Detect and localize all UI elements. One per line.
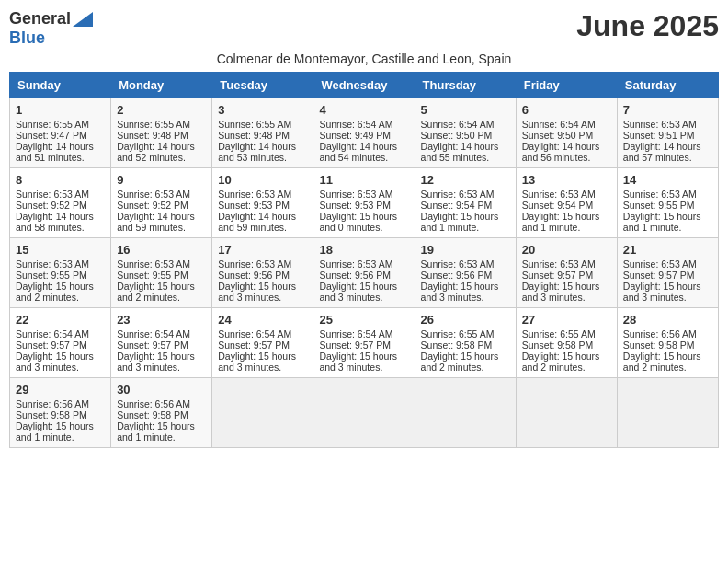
day-number: 25 — [319, 313, 408, 327]
day-number: 27 — [522, 313, 611, 327]
day-info: Sunrise: 6:53 AMSunset: 9:56 PMDaylight:… — [218, 259, 296, 303]
calendar-cell: 16Sunrise: 6:53 AMSunset: 9:55 PMDayligh… — [111, 238, 212, 308]
calendar-cell: 15Sunrise: 6:53 AMSunset: 9:55 PMDayligh… — [10, 238, 111, 308]
calendar-cell: 5Sunrise: 6:54 AMSunset: 9:50 PMDaylight… — [415, 98, 516, 168]
day-info: Sunrise: 6:54 AMSunset: 9:57 PMDaylight:… — [218, 328, 296, 373]
calendar-cell: 14Sunrise: 6:53 AMSunset: 9:55 PMDayligh… — [617, 168, 718, 238]
day-number: 4 — [319, 103, 408, 117]
logo: General Blue — [9, 9, 93, 48]
logo-blue-text: Blue — [9, 29, 45, 48]
day-number: 20 — [522, 243, 611, 257]
day-info: Sunrise: 6:55 AMSunset: 9:58 PMDaylight:… — [522, 328, 600, 373]
svg-marker-0 — [73, 12, 93, 27]
day-info: Sunrise: 6:53 AMSunset: 9:57 PMDaylight:… — [623, 259, 701, 303]
day-number: 8 — [16, 173, 105, 187]
calendar-week-row: 1Sunrise: 6:55 AMSunset: 9:47 PMDaylight… — [10, 98, 719, 168]
day-number: 3 — [218, 103, 307, 117]
day-number: 21 — [623, 243, 712, 257]
day-of-week-header: Friday — [516, 73, 617, 98]
calendar-cell: 17Sunrise: 6:53 AMSunset: 9:56 PMDayligh… — [212, 238, 313, 308]
day-info: Sunrise: 6:53 AMSunset: 9:52 PMDaylight:… — [117, 189, 195, 233]
day-info: Sunrise: 6:53 AMSunset: 9:57 PMDaylight:… — [522, 259, 600, 303]
day-number: 2 — [117, 103, 206, 117]
day-of-week-header: Sunday — [10, 73, 111, 98]
day-info: Sunrise: 6:56 AMSunset: 9:58 PMDaylight:… — [117, 398, 195, 442]
day-number: 11 — [319, 173, 408, 187]
day-number: 5 — [421, 103, 510, 117]
calendar-cell: 12Sunrise: 6:53 AMSunset: 9:54 PMDayligh… — [415, 168, 516, 238]
day-info: Sunrise: 6:53 AMSunset: 9:52 PMDaylight:… — [16, 189, 94, 233]
day-info: Sunrise: 6:53 AMSunset: 9:51 PMDaylight:… — [623, 119, 701, 163]
day-info: Sunrise: 6:54 AMSunset: 9:57 PMDaylight:… — [319, 328, 397, 373]
day-number: 10 — [218, 173, 307, 187]
calendar-cell: 20Sunrise: 6:53 AMSunset: 9:57 PMDayligh… — [516, 238, 617, 308]
calendar-header-row: SundayMondayTuesdayWednesdayThursdayFrid… — [10, 73, 719, 98]
page-header: General Blue June 2025 — [9, 9, 719, 48]
day-number: 1 — [16, 103, 105, 117]
calendar-cell: 8Sunrise: 6:53 AMSunset: 9:52 PMDaylight… — [10, 168, 111, 238]
calendar-cell: 13Sunrise: 6:53 AMSunset: 9:54 PMDayligh… — [516, 168, 617, 238]
day-info: Sunrise: 6:55 AMSunset: 9:48 PMDaylight:… — [117, 119, 195, 163]
day-number: 19 — [421, 243, 510, 257]
day-number: 6 — [522, 103, 611, 117]
calendar-cell: 26Sunrise: 6:55 AMSunset: 9:58 PMDayligh… — [415, 308, 516, 378]
calendar-week-row: 29Sunrise: 6:56 AMSunset: 9:58 PMDayligh… — [10, 378, 719, 448]
calendar-cell: 1Sunrise: 6:55 AMSunset: 9:47 PMDaylight… — [10, 98, 111, 168]
day-info: Sunrise: 6:53 AMSunset: 9:56 PMDaylight:… — [319, 259, 397, 303]
day-of-week-header: Thursday — [415, 73, 516, 98]
day-info: Sunrise: 6:54 AMSunset: 9:50 PMDaylight:… — [421, 119, 499, 163]
day-number: 26 — [421, 313, 510, 327]
calendar-cell: 11Sunrise: 6:53 AMSunset: 9:53 PMDayligh… — [313, 168, 415, 238]
day-number: 14 — [623, 173, 712, 187]
calendar-cell — [212, 378, 313, 448]
day-number: 18 — [319, 243, 408, 257]
day-info: Sunrise: 6:53 AMSunset: 9:54 PMDaylight:… — [421, 189, 499, 233]
day-info: Sunrise: 6:54 AMSunset: 9:57 PMDaylight:… — [117, 328, 195, 373]
location-subtitle: Colmenar de Montemayor, Castille and Leo… — [9, 52, 719, 66]
calendar-cell: 21Sunrise: 6:53 AMSunset: 9:57 PMDayligh… — [617, 238, 718, 308]
calendar-table: SundayMondayTuesdayWednesdayThursdayFrid… — [9, 72, 719, 448]
day-number: 23 — [117, 313, 206, 327]
calendar-cell: 28Sunrise: 6:56 AMSunset: 9:58 PMDayligh… — [617, 308, 718, 378]
day-number: 22 — [16, 313, 105, 327]
day-info: Sunrise: 6:55 AMSunset: 9:48 PMDaylight:… — [218, 119, 296, 163]
calendar-cell: 18Sunrise: 6:53 AMSunset: 9:56 PMDayligh… — [313, 238, 415, 308]
calendar-cell — [313, 378, 415, 448]
day-of-week-header: Wednesday — [313, 73, 415, 98]
calendar-cell: 7Sunrise: 6:53 AMSunset: 9:51 PMDaylight… — [617, 98, 718, 168]
day-info: Sunrise: 6:54 AMSunset: 9:49 PMDaylight:… — [319, 119, 397, 163]
day-of-week-header: Monday — [111, 73, 212, 98]
calendar-cell — [516, 378, 617, 448]
day-info: Sunrise: 6:53 AMSunset: 9:53 PMDaylight:… — [218, 189, 296, 233]
day-info: Sunrise: 6:53 AMSunset: 9:55 PMDaylight:… — [16, 259, 94, 303]
day-number: 16 — [117, 243, 206, 257]
calendar-cell: 4Sunrise: 6:54 AMSunset: 9:49 PMDaylight… — [313, 98, 415, 168]
day-info: Sunrise: 6:56 AMSunset: 9:58 PMDaylight:… — [16, 398, 94, 442]
day-number: 15 — [16, 243, 105, 257]
day-number: 17 — [218, 243, 307, 257]
calendar-cell: 25Sunrise: 6:54 AMSunset: 9:57 PMDayligh… — [313, 308, 415, 378]
day-info: Sunrise: 6:53 AMSunset: 9:54 PMDaylight:… — [522, 189, 600, 233]
month-title: June 2025 — [576, 9, 719, 43]
calendar-week-row: 22Sunrise: 6:54 AMSunset: 9:57 PMDayligh… — [10, 308, 719, 378]
calendar-week-row: 8Sunrise: 6:53 AMSunset: 9:52 PMDaylight… — [10, 168, 719, 238]
day-number: 9 — [117, 173, 206, 187]
logo-icon — [73, 12, 93, 27]
day-of-week-header: Saturday — [617, 73, 718, 98]
calendar-cell: 10Sunrise: 6:53 AMSunset: 9:53 PMDayligh… — [212, 168, 313, 238]
day-info: Sunrise: 6:53 AMSunset: 9:55 PMDaylight:… — [117, 259, 195, 303]
day-number: 24 — [218, 313, 307, 327]
calendar-cell: 6Sunrise: 6:54 AMSunset: 9:50 PMDaylight… — [516, 98, 617, 168]
day-info: Sunrise: 6:54 AMSunset: 9:50 PMDaylight:… — [522, 119, 600, 163]
day-info: Sunrise: 6:54 AMSunset: 9:57 PMDaylight:… — [16, 328, 94, 373]
day-of-week-header: Tuesday — [212, 73, 313, 98]
day-info: Sunrise: 6:55 AMSunset: 9:58 PMDaylight:… — [421, 328, 499, 373]
day-info: Sunrise: 6:53 AMSunset: 9:53 PMDaylight:… — [319, 189, 397, 233]
day-number: 29 — [16, 383, 105, 396]
calendar-cell: 3Sunrise: 6:55 AMSunset: 9:48 PMDaylight… — [212, 98, 313, 168]
calendar-cell: 22Sunrise: 6:54 AMSunset: 9:57 PMDayligh… — [10, 308, 111, 378]
day-info: Sunrise: 6:56 AMSunset: 9:58 PMDaylight:… — [623, 328, 701, 373]
calendar-cell — [617, 378, 718, 448]
day-number: 28 — [623, 313, 712, 327]
day-info: Sunrise: 6:55 AMSunset: 9:47 PMDaylight:… — [16, 119, 94, 163]
